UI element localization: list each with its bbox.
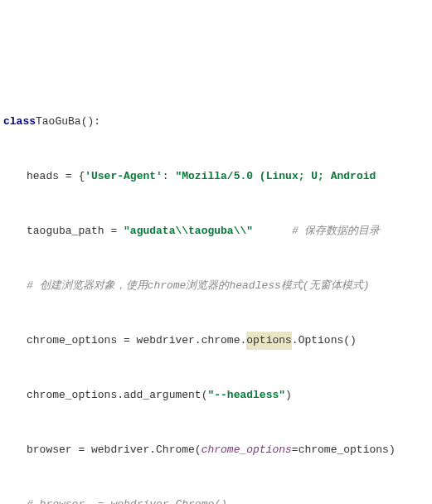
code-line: taoguba_path = "agudata\\taoguba\\" # 保存… [3,222,432,240]
text: chrome_options = webdriver.chrome. [27,332,246,350]
comment: # 创建浏览器对象，使用chrome浏览器的headless模式(无窗体模式) [27,277,369,295]
text: browser = webdriver.Chrome( [27,441,201,459]
code-line: heads = {'User-Agent': "Mozilla/5.0 (Lin… [3,167,432,186]
text: .Options() [292,332,357,350]
class-name: TaoGuBa [36,113,81,131]
param: chrome_options [201,441,292,459]
code-line: class TaoGuBa(): [3,113,432,131]
comment: # browser = webdriver.Chrome() [27,496,227,504]
text: heads = { [27,167,85,186]
text: taoguba_path = [27,222,124,240]
punc: (): [81,113,100,131]
string: 'User-Agent' [85,167,163,186]
text: =chrome_options) [292,441,396,459]
code-line: chrome_options.add_argument("--headless"… [3,386,432,405]
keyword-class: class [3,113,36,131]
string: "Mozilla/5.0 (Linux; U; Android [175,167,376,186]
string: "agudata\\taoguba\\" [124,222,253,240]
code-editor[interactable]: class TaoGuBa(): heads = {'User-Agent': … [0,73,432,504]
code-line: # browser = webdriver.Chrome() [3,496,432,504]
text: ) [285,386,292,405]
text: chrome_options.add_argument( [27,386,207,405]
comment: # 保存数据的目录 [292,222,381,240]
highlighted-text: options [246,332,292,350]
code-line: # 创建浏览器对象，使用chrome浏览器的headless模式(无窗体模式) [3,277,432,295]
code-line: browser = webdriver.Chrome(chrome_option… [3,441,432,459]
text: : [163,167,176,186]
code-line: chrome_options = webdriver.chrome.option… [3,332,432,350]
string: "--headless" [207,386,285,405]
